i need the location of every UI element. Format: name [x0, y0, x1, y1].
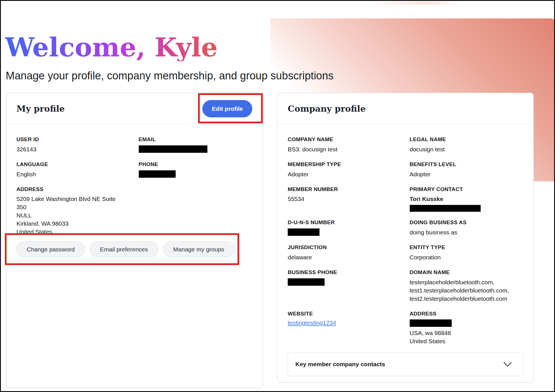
legal-name-value: docusign test	[410, 145, 523, 154]
field-member-number: MEMBER NUMBER 55534	[288, 186, 401, 204]
account-actions-row: Change password Email preferences Manage…	[16, 241, 252, 257]
address-line: 5209 Lake Washington Blvd NE Suite	[16, 195, 130, 203]
website-label: WEBSITE	[288, 311, 401, 317]
business-phone-label: BUSINESS PHONE	[288, 269, 401, 276]
website-link[interactable]: testingtesting1234	[288, 319, 336, 326]
entity-type-label: ENTITY TYPE	[410, 244, 523, 251]
field-membership-type: MEMBERSHIP TYPE Adopter	[288, 161, 401, 179]
phone-label: PHONE	[139, 161, 253, 168]
jurisdiction-value: delaware	[288, 253, 401, 262]
field-benefits-level: BENEFITS LEVEL Adopter	[410, 161, 523, 179]
redacted-company-address-line	[410, 319, 452, 327]
key-contacts-accordion-label: Key member company contacts	[295, 361, 385, 368]
jurisdiction-label: JURISDICTION	[288, 244, 401, 251]
company-profile-title: Company profile	[288, 104, 366, 114]
doing-business-as-value: doing business as	[410, 228, 523, 237]
key-contacts-accordion[interactable]: Key member company contacts	[288, 352, 523, 376]
chevron-down-icon	[503, 362, 512, 367]
user-id-label: USER ID	[16, 136, 130, 143]
my-profile-title: My profile	[16, 104, 65, 114]
company-address-value: USA, wa 98848 United States	[410, 329, 523, 346]
company-address-label: ADDRESS	[410, 311, 523, 317]
membership-type-value: Adopter	[288, 170, 401, 179]
legal-name-label: LEGAL NAME	[410, 136, 523, 143]
redacted-phone-value	[139, 170, 176, 178]
domain-name-value: testerplaceholderbluetooth.com, test1.te…	[410, 278, 522, 303]
redacted-email-value	[139, 145, 207, 153]
primary-contact-value: Tori Kusske	[410, 195, 523, 203]
email-preferences-button[interactable]: Email preferences	[90, 241, 158, 257]
membership-type-label: MEMBERSHIP TYPE	[288, 161, 401, 168]
benefits-level-value: Adopter	[410, 170, 523, 179]
email-label: EMAIL	[139, 136, 253, 143]
address-value: 5209 Lake Washington Blvd NE Suite 350 N…	[16, 195, 130, 236]
field-jurisdiction: JURISDICTION delaware	[288, 244, 401, 262]
field-domain-name: DOMAIN NAME testerplaceholderbluetooth.c…	[410, 269, 523, 303]
redacted-primary-contact-detail	[410, 205, 481, 212]
language-value: English	[16, 170, 130, 179]
field-company-address: ADDRESS USA, wa 98848 United States	[410, 311, 523, 346]
company-profile-body: COMPANY NAME BS3: docusign test LEGAL NA…	[278, 124, 533, 376]
company-name-label: COMPANY NAME	[288, 136, 401, 143]
field-website: WEBSITE testingtesting1234	[288, 311, 401, 327]
my-profile-card: My profile Edit profile USER ID 326143 E…	[6, 93, 263, 388]
manage-my-groups-button[interactable]: Manage my groups	[163, 241, 235, 257]
company-name-value: BS3: docusign test	[288, 145, 401, 154]
address-label: ADDRESS	[16, 186, 130, 193]
entity-type-value: Corporation	[410, 253, 523, 262]
my-profile-header: My profile Edit profile	[6, 93, 262, 124]
domain-name-label: DOMAIN NAME	[410, 269, 523, 276]
page-title: Welcome, Kyle	[5, 34, 218, 61]
field-address: ADDRESS 5209 Lake Washington Blvd NE Sui…	[16, 186, 130, 236]
account-page: Welcome, Kyle Manage your profile, compa…	[0, 0, 555, 392]
company-address-line: USA, wa 98848	[410, 329, 523, 337]
member-number-value: 55534	[288, 195, 401, 203]
field-doing-business-as: DOING BUSINESS AS doing business as	[410, 219, 523, 237]
address-line: NULL	[16, 211, 130, 220]
decorative-gradient-sliver	[375, 2, 458, 5]
field-phone: PHONE	[139, 161, 253, 178]
address-line: Kirkland, WA 98033	[16, 220, 130, 228]
field-entity-type: ENTITY TYPE Corporation	[410, 244, 523, 262]
change-password-button[interactable]: Change password	[16, 241, 85, 257]
field-language: LANGUAGE English	[16, 161, 130, 179]
field-user-id: USER ID 326143	[16, 136, 130, 154]
redacted-business-phone-value	[288, 278, 325, 286]
field-email: EMAIL	[139, 136, 253, 153]
company-profile-header: Company profile	[278, 93, 533, 124]
user-id-value: 326143	[16, 145, 130, 154]
duns-number-label: D-U-N-S NUMBER	[288, 219, 401, 226]
field-primary-contact: PRIMARY CONTACT Tori Kusske	[410, 186, 523, 212]
address-line: United States	[16, 228, 130, 236]
field-legal-name: LEGAL NAME docusign test	[410, 136, 523, 154]
language-label: LANGUAGE	[16, 161, 130, 168]
redacted-duns-value	[288, 228, 319, 236]
member-number-label: MEMBER NUMBER	[288, 186, 401, 193]
primary-contact-label: PRIMARY CONTACT	[410, 186, 523, 193]
benefits-level-label: BENEFITS LEVEL	[410, 161, 523, 168]
edit-profile-button[interactable]: Edit profile	[202, 100, 252, 117]
company-profile-card: Company profile COMPANY NAME BS3: docusi…	[277, 93, 534, 383]
field-duns-number: D-U-N-S NUMBER	[288, 219, 401, 236]
field-company-name: COMPANY NAME BS3: docusign test	[288, 136, 401, 154]
my-profile-body: USER ID 326143 EMAIL LANGUAGE English PH…	[6, 124, 262, 257]
company-address-line: United States	[410, 337, 523, 346]
page-subtitle: Manage your profile, company membership,…	[6, 70, 333, 82]
field-business-phone: BUSINESS PHONE	[288, 269, 401, 286]
address-line: 350	[16, 203, 130, 211]
doing-business-as-label: DOING BUSINESS AS	[410, 219, 523, 226]
